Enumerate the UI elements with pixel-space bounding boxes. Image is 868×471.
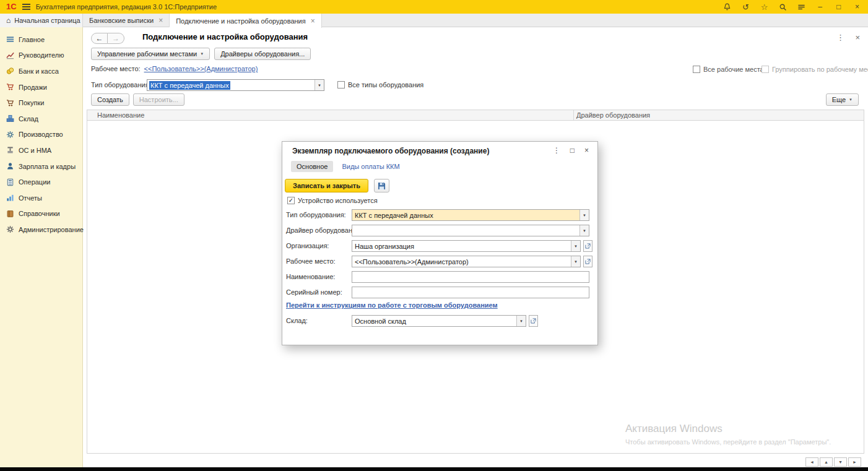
sidebar-item-administrirovanie[interactable]: Администрирование [0,222,82,238]
sidebar-item-bank-i-kassa[interactable]: Банк и касса [0,63,82,79]
create-button[interactable]: Создать [91,93,129,106]
dropdown-icon[interactable]: ▼ [579,225,589,236]
save-button[interactable] [374,179,389,192]
equipment-instructions-link[interactable]: Перейти к инструкциям по работе с торгов… [286,301,498,309]
tab-bank-statements[interactable]: Банковские выписки × [83,14,170,27]
reference-book-icon [6,210,14,218]
tab-kkm-payment-types[interactable]: Виды оплаты ККМ [342,163,399,170]
titlebar-actions: ↺ ☆ – □ × [723,2,862,12]
workplace-link[interactable]: <<Пользователь>>(Администратор) [144,65,258,72]
sidebar-item-operacii[interactable]: Операции [0,174,82,190]
sidebar-item-label: Покупки [19,99,44,106]
field-label: Наименование: [286,271,335,283]
sidebar-item-label: ОС и НМА [19,147,51,154]
tab-main[interactable]: Основное [291,161,333,172]
group-by-workplace-label: Группировать по рабочему месту [772,66,868,73]
tab-equipment-setup[interactable]: Подключение и настройка оборудования × [170,14,322,28]
main-menu-icon[interactable] [22,4,30,10]
sidebar-item-spravochniki[interactable]: Справочники [0,206,82,222]
tabbar: ⌂ Начальная страница Банковские выписки … [0,14,868,27]
sidebar-item-label: Продажи [19,84,47,91]
salary-person-icon [6,162,14,170]
app-window: 1С Бухгалтерия предприятия, редакция 3.0… [0,0,868,471]
scroll-right-button[interactable]: ► [848,457,861,467]
admin-gear-icon [6,225,14,233]
equipment-type-field[interactable]: ККТ с передачей данных ▼ [352,209,589,221]
page-close-icon[interactable]: × [855,33,860,42]
configure-button[interactable]: Настроить... [133,93,184,106]
dialog-maximize-icon[interactable]: □ [570,146,575,155]
open-icon[interactable] [529,315,538,327]
page-toolbar: Управление рабочими местами ▼ Драйверы о… [91,48,311,60]
save-and-close-button[interactable]: Записать и закрыть [285,179,368,192]
equipment-drivers-button[interactable]: Драйверы оборудования... [214,48,311,60]
manage-workplaces-label: Управление рабочими местами [97,50,197,58]
operations-calc-icon [6,178,14,186]
sidebar-item-sklad[interactable]: Склад [0,111,82,127]
favorites-star-icon[interactable]: ☆ [760,2,769,12]
sidebar-item-prodazhi[interactable]: Продажи [0,79,82,95]
all-equipment-types-label: Все типы оборудования [348,81,423,89]
close-tab-icon[interactable]: × [157,16,163,25]
checkbox-box [693,66,700,73]
all-workplaces-checkbox[interactable]: Все рабочие места [693,66,764,73]
dialog-close-icon[interactable]: × [584,146,589,155]
scroll-left-button[interactable]: ◄ [805,457,818,467]
back-button[interactable]: ← [91,33,108,44]
organization-row: Организация: Наша организация ▼ [286,240,594,252]
sidebar-item-os-i-nma[interactable]: ОС и НМА [0,142,82,158]
dialog-more-menu-icon[interactable]: ⋮ [553,146,560,155]
selected-text: ККТ с передачей данных [149,81,230,90]
organization-field[interactable]: Наша организация ▼ [352,240,581,252]
history-icon[interactable]: ↺ [741,2,750,12]
scroll-up-button[interactable]: ▲ [820,457,833,467]
group-by-workplace-checkbox[interactable]: Группировать по рабочему месту [762,66,868,73]
device-in-use-label: Устройство используется [298,197,378,204]
equipment-type-input[interactable]: ККТ с передачей данных ▼ [147,79,324,91]
page-title: Подключение и настройка оборудования [142,32,308,41]
open-icon[interactable] [583,256,592,267]
scroll-down-button[interactable]: ▼ [834,457,847,467]
name-field[interactable] [352,271,589,283]
sidebar-item-label: Зарплата и кадры [19,163,76,170]
sidebar-item-pokupki[interactable]: Покупки [0,95,82,111]
sidebar-item-label: Банк и касса [19,67,59,75]
sidebar-item-rukovoditelyu[interactable]: Руководителю [0,48,82,64]
field-label: Организация: [286,240,329,252]
dropdown-icon[interactable]: ▼ [571,241,580,251]
warehouse-field[interactable]: Основной склад ▼ [352,315,526,327]
search-icon[interactable] [778,2,788,12]
workplace-field[interactable]: <<Пользователь>>(Администратор) ▼ [352,256,581,267]
more-button[interactable]: Еще ▼ [826,93,859,106]
dropdown-icon[interactable]: ▼ [571,256,580,267]
all-equipment-types-checkbox[interactable]: Все типы оборудования [337,81,423,89]
service-menu-icon[interactable] [797,2,806,12]
dropdown-icon[interactable]: ▼ [516,316,526,326]
close-tab-icon[interactable]: × [310,17,315,25]
sidebar-item-zarplata-i-kadry[interactable]: Зарплата и кадры [0,158,82,175]
minimize-window-icon[interactable]: – [815,2,825,12]
dialog-toolbar: Записать и закрыть [285,179,389,192]
device-in-use-checkbox[interactable]: ✓ Устройство используется [287,197,378,204]
driver-field[interactable]: ▼ [352,225,589,236]
notifications-bell-icon[interactable] [723,2,732,12]
serial-number-field[interactable] [352,287,589,298]
open-icon[interactable] [583,240,592,252]
restore-window-icon[interactable]: □ [834,2,843,12]
dropdown-icon[interactable]: ▼ [315,80,324,90]
checkbox-box [762,66,769,73]
close-window-icon[interactable]: × [853,2,862,12]
equipment-drivers-label: Драйверы оборудования... [220,50,305,58]
forward-button[interactable]: → [108,33,124,44]
manage-workplaces-button[interactable]: Управление рабочими местами ▼ [91,48,210,60]
titlebar: 1С Бухгалтерия предприятия, редакция 3.0… [0,0,868,14]
dropdown-icon[interactable]: ▼ [579,210,589,220]
sidebar-item-label: Справочники [19,210,60,217]
purchases-cart-icon [6,99,14,107]
chevron-down-icon: ▼ [200,52,204,56]
page-more-menu-icon[interactable]: ⋮ [836,33,844,42]
sidebar-item-otchety[interactable]: Отчеты [0,190,82,206]
sidebar-item-glavnoe[interactable]: Главное [0,32,82,48]
sidebar-item-proizvodstvo[interactable]: Производство [0,127,82,143]
tab-home[interactable]: ⌂ Начальная страница [0,14,83,27]
